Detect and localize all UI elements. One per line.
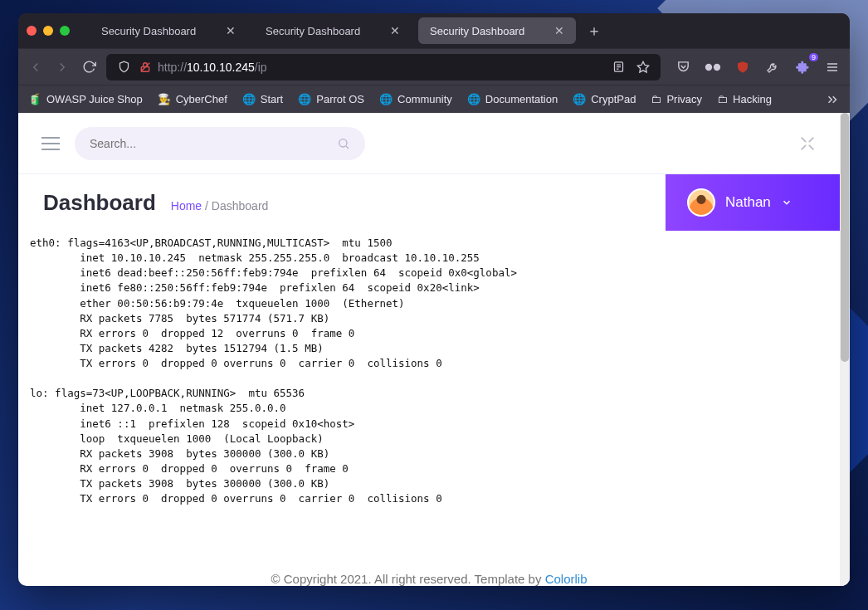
page-title: Dashboard	[43, 190, 156, 216]
chevron-down-icon	[781, 197, 792, 208]
svg-point-7	[705, 63, 712, 70]
bookmark-hacking[interactable]: 🗀Hacking	[717, 93, 772, 105]
avatar	[687, 188, 715, 217]
svg-marker-6	[637, 61, 648, 72]
shield-icon[interactable]	[115, 58, 133, 76]
tab-label: Security Dashboard	[266, 25, 360, 37]
mask-icon[interactable]	[704, 58, 722, 76]
extensions-tray: 9	[669, 58, 841, 76]
bookmark-label: Documentation	[485, 93, 558, 105]
command-output: eth0: flags=4163<UP,BROADCAST,RUNNING,MU…	[18, 231, 840, 511]
page-header: Dashboard Home / Dashboard Nathan	[18, 174, 840, 231]
globe-icon: 🌐	[298, 93, 311, 105]
reload-button[interactable]	[80, 58, 98, 76]
bookmark-juice[interactable]: 🧃OWASP Juice Shop	[28, 93, 143, 105]
bookmarks-overflow-button[interactable]	[825, 92, 840, 107]
hamburger-menu-button[interactable]	[41, 137, 60, 150]
url-host: 10.10.10.245	[187, 61, 255, 74]
footer-link[interactable]: Colorlib	[545, 572, 588, 586]
url-text: http:// 10.10.10.245 /ip	[158, 61, 267, 74]
svg-point-12	[339, 139, 347, 146]
chef-icon: 👨‍🍳	[158, 93, 171, 105]
breadcrumb-current: Dashboard	[212, 199, 269, 212]
bookmark-label: Parrot OS	[316, 93, 364, 105]
svg-line-14	[802, 137, 807, 142]
reader-mode-icon[interactable]	[609, 58, 627, 76]
bookmark-label: CryptPad	[591, 93, 636, 105]
breadcrumb: Home / Dashboard	[171, 199, 269, 212]
url-path: /ip	[255, 61, 267, 74]
forward-button[interactable]	[53, 58, 71, 76]
user-name: Nathan	[725, 194, 771, 211]
close-tab-icon[interactable]: ✕	[554, 25, 564, 37]
bookmark-label: Community	[397, 93, 452, 105]
window-controls	[27, 26, 70, 36]
globe-icon: 🌐	[379, 93, 393, 105]
svg-line-13	[346, 146, 349, 149]
search-input[interactable]	[90, 137, 329, 150]
back-button[interactable]	[27, 58, 45, 76]
globe-icon: 🌐	[573, 93, 586, 105]
minimize-window-button[interactable]	[43, 26, 53, 36]
scrollbar-thumb[interactable]	[841, 113, 849, 362]
svg-line-17	[809, 144, 814, 149]
app-menu-button[interactable]	[823, 58, 841, 76]
juice-icon: 🧃	[28, 93, 41, 105]
bookmark-label: Hacking	[733, 93, 772, 105]
search-box[interactable]	[75, 127, 365, 160]
maximize-window-button[interactable]	[60, 26, 70, 36]
url-scheme: http://	[158, 61, 187, 74]
breadcrumb-home-link[interactable]: Home	[171, 199, 202, 212]
bookmarks-bar: 🧃OWASP Juice Shop 👨‍🍳CyberChef 🌐Start 🌐P…	[18, 85, 850, 113]
page-viewport: Dashboard Home / Dashboard Nathan eth0: …	[18, 113, 850, 586]
extensions-icon[interactable]: 9	[793, 58, 812, 76]
fullscreen-button[interactable]	[798, 134, 817, 153]
bookmark-start[interactable]: 🌐Start	[242, 93, 283, 105]
bookmark-label: OWASP Juice Shop	[46, 93, 143, 105]
globe-icon: 🌐	[467, 93, 480, 105]
search-icon[interactable]	[337, 137, 350, 150]
bookmark-docs[interactable]: 🌐Documentation	[467, 93, 558, 105]
user-menu[interactable]: Nathan	[666, 174, 840, 231]
bookmark-community[interactable]: 🌐Community	[379, 93, 452, 105]
wrench-icon[interactable]	[763, 58, 782, 76]
globe-icon: 🌐	[242, 93, 256, 105]
bookmark-parrot[interactable]: 🌐Parrot OS	[298, 93, 364, 105]
tab-label: Security Dashboard	[430, 25, 524, 37]
breadcrumb-sep: /	[205, 199, 212, 212]
folder-icon: 🗀	[651, 93, 661, 105]
browser-window: Security Dashboard ✕ Security Dashboard …	[18, 13, 850, 586]
svg-line-16	[802, 144, 807, 149]
close-window-button[interactable]	[27, 26, 37, 36]
page-footer: © Copyright 2021. All right reserved. Te…	[18, 560, 840, 586]
pocket-icon[interactable]	[674, 58, 692, 76]
extension-badge: 9	[809, 53, 818, 61]
browser-tab-1[interactable]: Security Dashboard ✕	[254, 17, 412, 44]
footer-text: © Copyright 2021. All right reserved. Te…	[271, 572, 545, 586]
bookmark-star-icon[interactable]	[634, 58, 652, 76]
close-tab-icon[interactable]: ✕	[390, 25, 400, 37]
tab-label: Security Dashboard	[101, 25, 196, 37]
bookmark-label: Start	[261, 93, 283, 105]
bookmark-cryptpad[interactable]: 🌐CryptPad	[573, 93, 636, 105]
bookmark-label: CyberChef	[176, 93, 227, 105]
nav-toolbar: http:// 10.10.10.245 /ip	[18, 48, 850, 85]
new-tab-button[interactable]: ＋	[583, 19, 606, 42]
folder-icon: 🗀	[717, 93, 728, 105]
browser-tab-2[interactable]: Security Dashboard ✕	[418, 17, 576, 44]
url-bar[interactable]: http:// 10.10.10.245 /ip	[106, 54, 661, 81]
browser-tab-0[interactable]: Security Dashboard ✕	[90, 17, 247, 44]
svg-line-15	[809, 137, 814, 142]
page-topbar	[18, 113, 840, 174]
bookmark-privacy[interactable]: 🗀Privacy	[651, 93, 702, 105]
ublock-icon[interactable]	[734, 58, 752, 76]
tab-bar: Security Dashboard ✕ Security Dashboard …	[18, 13, 850, 48]
bookmark-cyberchef[interactable]: 👨‍🍳CyberChef	[158, 93, 227, 105]
bookmark-label: Privacy	[666, 93, 702, 105]
vertical-scrollbar[interactable]	[840, 113, 850, 586]
svg-point-8	[714, 63, 720, 70]
insecure-lock-icon[interactable]	[139, 61, 151, 73]
close-tab-icon[interactable]: ✕	[226, 25, 236, 37]
